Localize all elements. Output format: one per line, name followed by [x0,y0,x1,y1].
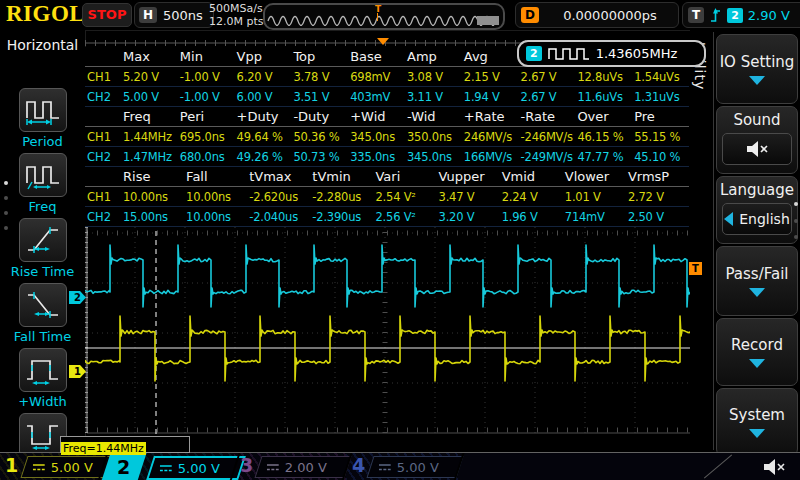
channel4-scale-box[interactable]: 5.00 V [366,456,463,478]
h-badge: H [139,7,157,23]
measure-row: FreqPeri+Duty-Duty+Wid-Wid+Rate-RateOver… [85,107,689,127]
dc-coupling-icon [160,464,172,473]
measure-cell: -2.040us [247,210,310,224]
measure-cell: +Duty [235,109,292,124]
measure-cell: 6.00 V [235,90,292,104]
measure-row: CH11.44MHz695.0ns49.64 %50.36 %345.0ns35… [85,127,689,147]
chevron-down-icon [749,288,765,297]
channel3-scale-box[interactable]: 2.00 V [254,456,351,478]
menu-item-freq[interactable]: Freq [0,153,85,214]
measure-cell: -1.00 V [178,70,235,84]
frequency-counter: 2 1.43605MHz [517,40,706,67]
menu-item-io-setting[interactable]: IO Setting [716,34,798,104]
chevron-down-icon [749,359,765,368]
menu-item-system[interactable]: System [716,388,798,456]
panel-edge-line [704,455,732,479]
measure-cell: 345.0ns [348,130,405,144]
freq-icon [24,158,62,192]
measure-cell: 2.24 V [500,190,563,204]
measure-cell: Vupper [437,169,500,184]
measure-cell: CH1 [85,130,121,144]
measure-row: CH215.00ns10.00ns-2.040us-2.390us2.56 V²… [85,207,689,227]
measure-cell: 350.0ns [405,130,462,144]
trigger-level-marker[interactable]: T [689,262,702,275]
measure-cell: Peri [178,109,235,124]
memory-depth: 12.0M pts [209,15,264,28]
dc-coupling-icon [267,463,279,472]
measure-cell: 1.31uVs [632,90,689,104]
measure-cell: CH2 [85,90,121,104]
measure-row: CH15.20 V-1.00 V6.20 V3.78 V698mV3.08 V2… [85,67,689,87]
period-icon [24,93,62,127]
measure-row: CH25.00 V-1.00 V6.00 V3.51 V403mV3.11 V1… [85,87,689,107]
rising-edge-icon [709,6,722,24]
delay-display[interactable]: D 0.00000000ps [515,2,679,28]
menu-item-label: IO Setting [717,53,797,71]
measure-row: RiseFalltVmaxtVminVariVupperVmidVlowerVr… [85,167,689,187]
channel1-number[interactable]: 1 [5,454,18,476]
measure-row: CH110.00ns10.00ns-2.620us-2.280us2.54 V²… [85,187,689,207]
menu-item-sound[interactable]: Sound [716,106,798,174]
oscilloscope-screen: RIGOL STOP H 500ns 500MSa/s 12.0M pts T … [0,0,800,480]
measure-cell: 1.47MHz [121,150,178,164]
measure-cell: +Wid [348,109,405,124]
measure-cell: Vari [373,169,436,184]
measure-cell: 2.15 V [462,70,519,84]
measure-cell: 2.67 V [519,90,576,104]
measure-cell: -246MV/s [519,130,576,144]
trigger-display[interactable]: T 2 2.90 V [682,2,800,28]
menu-item-plus-width[interactable]: +Width [0,348,85,409]
trigger-source-badge: 2 [727,8,743,23]
run-state-badge[interactable]: STOP [82,3,132,27]
menu-item-language[interactable]: Language English [716,176,798,244]
trigger-position-triangle[interactable] [377,38,389,45]
measure-cell: 3.47 V [437,190,500,204]
measure-cell: 47.77 % [575,150,632,164]
menu-item-record[interactable]: Record [716,318,798,386]
measure-cell: 3.11 V [405,90,462,104]
menu-item-period[interactable]: Period [0,88,85,149]
measure-cell: 166MV/s [462,150,519,164]
measure-cell: -249MV/s [519,150,576,164]
menu-item-rise-time[interactable]: Rise Time [0,218,85,279]
measure-cell: 10.00ns [184,210,247,224]
measure-cell: 680.0ns [178,150,235,164]
ch2-waveform-trace [85,245,690,307]
trigger-position-flag[interactable]: T [375,5,381,14]
waveform-display [85,222,690,445]
channel4-number[interactable]: 4 [352,454,365,476]
counter-value: 1.43605MHz [596,46,678,61]
measure-cell: 11.6uVs [575,90,632,104]
measure-cell: Top [291,49,348,64]
measure-cell: 10.00ns [184,190,247,204]
measure-cell: 50.73 % [291,150,348,164]
measurement-table: MaxMinVppTopBaseAmpAvgVrmsCH15.20 V-1.00… [85,47,689,227]
measure-cell: 5.00 V [121,90,178,104]
right-menu: Utility IO Setting Sound Language Englis… [690,30,800,455]
menu-item-label: Fall Time [0,329,85,344]
measure-cell: CH1 [85,190,121,204]
measure-cell: tVmin [310,169,373,184]
mute-icon [762,458,788,476]
muted-speaker-icon [745,140,769,158]
counter-source-badge: 2 [526,46,542,61]
minus-width-icon [24,418,62,452]
freq-readout-text: Freq=1.44MHz [61,442,146,455]
dc-coupling-icon [379,463,391,472]
measure-cell: Base [348,49,405,64]
freq-readout: Freq=1.44MHz [60,436,190,453]
measure-cell: 50.36 % [291,130,348,144]
measure-cell: 246MV/s [462,130,519,144]
waveform-preview[interactable]: T [263,3,505,30]
measure-cell: 49.26 % [235,150,292,164]
channel3-number[interactable]: 3 [240,454,253,476]
measure-cell: Vlower [563,169,626,184]
plus-width-icon [24,353,62,387]
menu-item-pass-fail[interactable]: Pass/Fail [716,246,798,316]
rigol-logo: RIGOL [6,1,85,27]
square-wave-icon [548,47,590,60]
horizontal-timebase-control[interactable]: H 500ns [134,2,214,28]
measure-cell: Vpp [235,49,292,64]
top-bar: RIGOL STOP H 500ns 500MSa/s 12.0M pts T … [0,0,800,31]
channel3-scale: 2.00 V [285,460,327,475]
